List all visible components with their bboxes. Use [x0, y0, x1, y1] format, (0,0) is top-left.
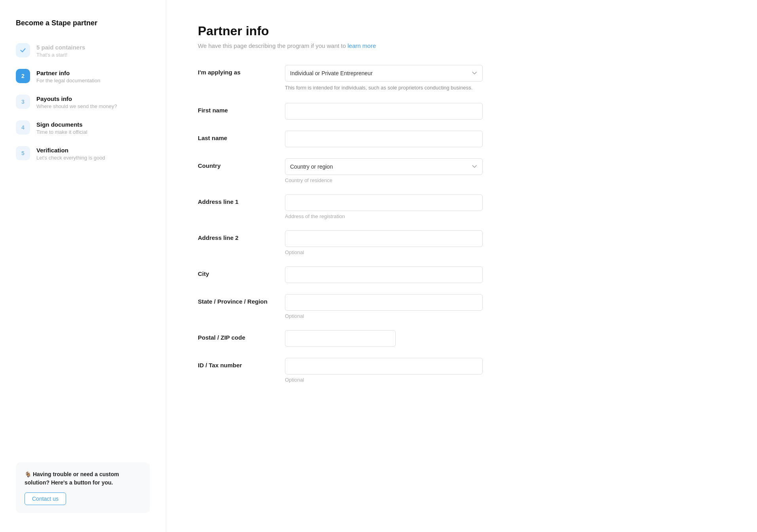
step-3: 3 Payouts info Where should we send the …	[16, 95, 150, 109]
step-4: 4 Sign documents Time to make it officia…	[16, 120, 150, 135]
step-4-info: Sign documents Time to make it official	[36, 120, 87, 135]
state-label: State / Province / Region	[198, 294, 277, 305]
tax-hint: Optional	[285, 377, 483, 383]
step-1-label: 5 paid containers	[36, 44, 85, 51]
form-row-applying-as: I'm applying as Individual or Private En…	[198, 65, 725, 92]
address2-hint: Optional	[285, 249, 483, 255]
step-5-sublabel: Let's check everything is good	[36, 155, 105, 161]
last-name-label: Last name	[198, 131, 277, 141]
contact-us-button[interactable]: Contact us	[25, 492, 66, 505]
help-icon: 🐐	[25, 471, 31, 477]
tax-label: ID / Tax number	[198, 358, 277, 369]
first-name-label: First name	[198, 103, 277, 114]
form-row-last-name: Last name	[198, 131, 725, 147]
step-2-sublabel: For the legal documentation	[36, 78, 100, 84]
step-5-info: Verification Let's check everything is g…	[36, 146, 105, 161]
country-select[interactable]: Country or region United States United K…	[285, 158, 483, 175]
first-name-input[interactable]	[285, 103, 483, 120]
step-1-info: 5 paid containers That's a start!	[36, 43, 85, 58]
postal-label: Postal / ZIP code	[198, 330, 277, 341]
help-text: 🐐 Having trouble or need a custom soluti…	[25, 470, 141, 487]
main-content: Partner info We have this page describin…	[166, 0, 757, 532]
sidebar-bottom: 🐐 Having trouble or need a custom soluti…	[16, 446, 150, 513]
form-row-state: State / Province / Region Optional	[198, 294, 725, 319]
state-hint: Optional	[285, 313, 483, 319]
applying-as-select[interactable]: Individual or Private Entrepreneur Compa…	[285, 65, 483, 82]
applying-as-label: I'm applying as	[198, 65, 277, 76]
applying-as-field: Individual or Private Entrepreneur Compa…	[285, 65, 483, 92]
form-row-first-name: First name	[198, 103, 725, 120]
last-name-input[interactable]	[285, 131, 483, 147]
step-5: 5 Verification Let's check everything is…	[16, 146, 150, 161]
postal-input[interactable]	[285, 330, 396, 347]
subtitle-text: We have this page describing the program…	[198, 42, 346, 49]
step-1: 5 paid containers That's a start!	[16, 43, 150, 58]
sidebar: Become a Stape partner 5 paid containers…	[0, 0, 166, 532]
first-name-field	[285, 103, 483, 120]
city-field	[285, 266, 483, 283]
page-title: Partner info	[198, 24, 725, 38]
step-3-sublabel: Where should we send the money?	[36, 103, 117, 109]
help-message: Having trouble or need a custom solution…	[25, 471, 119, 486]
step-2: 2 Partner info For the legal documentati…	[16, 69, 150, 84]
address2-input[interactable]	[285, 230, 483, 247]
step-5-label: Verification	[36, 147, 105, 154]
help-box: 🐐 Having trouble or need a custom soluti…	[16, 462, 150, 513]
step-1-sublabel: That's a start!	[36, 52, 85, 58]
form-row-postal: Postal / ZIP code	[198, 330, 725, 347]
state-input[interactable]	[285, 294, 483, 311]
form-row-city: City	[198, 266, 725, 283]
step-3-label: Payouts info	[36, 95, 117, 102]
step-4-sublabel: Time to make it official	[36, 129, 87, 135]
last-name-field	[285, 131, 483, 147]
address1-hint: Address of the registration	[285, 213, 483, 219]
address1-field: Address of the registration	[285, 194, 483, 219]
city-input[interactable]	[285, 266, 483, 283]
applying-as-hint: This form is intended for individuals, s…	[285, 84, 483, 92]
step-3-badge: 3	[16, 95, 30, 109]
step-2-badge: 2	[16, 69, 30, 83]
form-row-address1: Address line 1 Address of the registrati…	[198, 194, 725, 219]
step-3-info: Payouts info Where should we send the mo…	[36, 95, 117, 109]
sidebar-title: Become a Stape partner	[16, 19, 150, 27]
page-subtitle: We have this page describing the program…	[198, 42, 725, 49]
step-2-info: Partner info For the legal documentation	[36, 69, 100, 84]
tax-field: Optional	[285, 358, 483, 383]
state-field: Optional	[285, 294, 483, 319]
learn-more-link[interactable]: learn more	[347, 42, 376, 49]
city-label: City	[198, 266, 277, 277]
address1-input[interactable]	[285, 194, 483, 211]
address1-label: Address line 1	[198, 194, 277, 205]
form-row-country: Country Country or region United States …	[198, 158, 725, 183]
step-4-badge: 4	[16, 120, 30, 135]
steps-list: 5 paid containers That's a start! 2 Part…	[16, 43, 150, 161]
country-field: Country or region United States United K…	[285, 158, 483, 183]
country-hint: Country of residence	[285, 177, 483, 183]
form-row-tax: ID / Tax number Optional	[198, 358, 725, 383]
country-label: Country	[198, 158, 277, 169]
form-row-address2: Address line 2 Optional	[198, 230, 725, 255]
address2-label: Address line 2	[198, 230, 277, 241]
step-2-label: Partner info	[36, 70, 100, 76]
step-1-badge	[16, 43, 30, 57]
postal-field	[285, 330, 483, 347]
step-5-badge: 5	[16, 146, 30, 160]
tax-input[interactable]	[285, 358, 483, 374]
address2-field: Optional	[285, 230, 483, 255]
step-4-label: Sign documents	[36, 121, 87, 128]
